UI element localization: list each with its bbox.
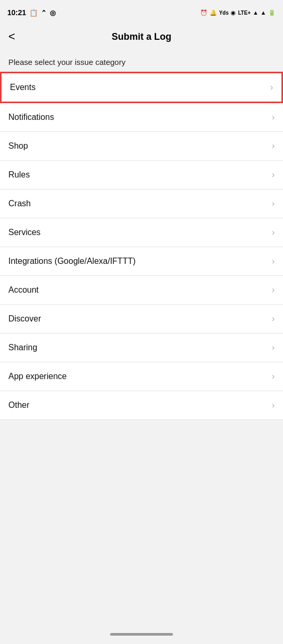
signal2-icon: ▲ <box>260 9 266 16</box>
chevron-icon-other: › <box>272 401 275 410</box>
alarm-icon: ⏰ <box>200 9 208 16</box>
category-list: Events›Notifications›Shop›Rules›Crash›Se… <box>0 72 283 602</box>
category-item-notifications[interactable]: Notifications› <box>0 103 283 132</box>
chevron-icon-sharing: › <box>272 343 275 352</box>
category-item-rules[interactable]: Rules› <box>0 161 283 190</box>
time-display: 10:21 <box>7 8 26 17</box>
lte1-icon: Yds <box>219 10 228 16</box>
chevron-icon-app-experience: › <box>272 372 275 381</box>
category-label-services: Services <box>8 228 40 237</box>
category-label-rules: Rules <box>8 170 30 180</box>
chevron-icon-services: › <box>272 228 275 237</box>
instruction-text: Please select your issue category <box>0 50 283 72</box>
category-item-sharing[interactable]: Sharing› <box>0 334 283 362</box>
home-indicator <box>110 633 173 636</box>
phone-icon: 📋 <box>29 9 38 17</box>
category-item-other[interactable]: Other› <box>0 391 283 420</box>
chevron-icon-shop: › <box>272 141 275 151</box>
bottom-bar <box>0 602 283 644</box>
vibrate-icon: 🔔 <box>210 9 217 16</box>
chevron-icon-crash: › <box>272 199 275 208</box>
category-item-discover[interactable]: Discover› <box>0 305 283 334</box>
category-label-events: Events <box>10 83 36 92</box>
status-right: ⏰ 🔔 Yds ◉ LTE+ ▲ ▲ 🔋 <box>200 9 276 16</box>
category-label-notifications: Notifications <box>8 113 54 122</box>
category-label-crash: Crash <box>8 199 31 208</box>
category-label-discover: Discover <box>8 314 41 324</box>
lte2-icon: LTE+ <box>238 10 251 16</box>
category-label-account: Account <box>8 285 39 295</box>
chevron-icon-discover: › <box>272 314 275 324</box>
category-label-sharing: Sharing <box>8 343 37 352</box>
back-button[interactable]: < <box>8 31 15 42</box>
category-item-crash[interactable]: Crash› <box>0 190 283 218</box>
chevron-icon-notifications: › <box>272 113 275 122</box>
page-title: Submit a Log <box>8 31 275 42</box>
category-item-app-experience[interactable]: App experience› <box>0 362 283 391</box>
header: < Submit a Log <box>0 23 283 50</box>
chevron-icon-events: › <box>270 83 273 92</box>
status-bar: 10:21 📋 ⌃ ◎ ⏰ 🔔 Yds ◉ LTE+ ▲ ▲ 🔋 <box>0 0 283 23</box>
battery-icon: 🔋 <box>268 9 276 16</box>
chevron-icon-rules: › <box>272 170 275 180</box>
category-item-services[interactable]: Services› <box>0 218 283 247</box>
upload-icon: ⌃ <box>41 9 47 17</box>
category-item-shop[interactable]: Shop› <box>0 132 283 161</box>
category-label-shop: Shop <box>8 141 28 151</box>
chevron-icon-integrations: › <box>272 257 275 266</box>
category-label-other: Other <box>8 401 29 410</box>
signal1-icon: ▲ <box>253 9 258 16</box>
shazam-icon: ◎ <box>50 9 56 17</box>
category-item-account[interactable]: Account› <box>0 276 283 305</box>
category-item-events[interactable]: Events› <box>0 72 283 103</box>
chevron-icon-account: › <box>272 285 275 295</box>
status-left: 10:21 📋 ⌃ ◎ <box>7 8 56 17</box>
wifi-icon: ◉ <box>231 9 236 16</box>
category-label-integrations: Integrations (Google/Alexa/IFTTT) <box>8 257 136 266</box>
category-item-integrations[interactable]: Integrations (Google/Alexa/IFTTT)› <box>0 247 283 276</box>
category-label-app-experience: App experience <box>8 372 67 381</box>
